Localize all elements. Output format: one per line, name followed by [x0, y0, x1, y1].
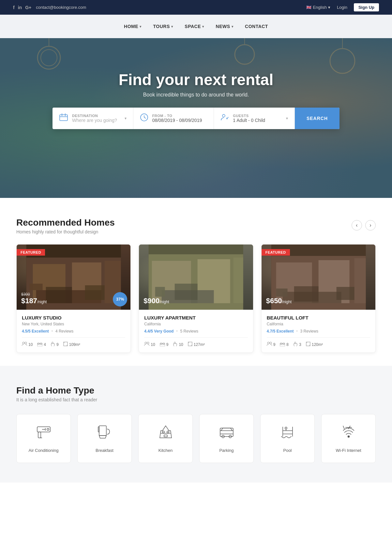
property-card-2[interactable]: $900/night LUXURY APARTMENT California 4…	[139, 244, 253, 353]
svg-rect-37	[155, 287, 165, 297]
parking-icon	[219, 424, 235, 443]
type-card-parking[interactable]: Parking	[199, 414, 254, 463]
guests-value: 1 Adult - 0 Child	[233, 118, 265, 123]
home-type-title: Find a Home Type	[16, 385, 376, 396]
language-selector[interactable]: 🇬🇧 English ▾	[306, 5, 330, 10]
current-price-1: $187	[21, 297, 37, 305]
card-image-3: Featured $650/night	[262, 245, 375, 310]
guests-label: Guests	[233, 114, 265, 118]
kitchen-label: Kitchen	[158, 448, 173, 453]
topbar-email: contact@bookingcore.com	[36, 5, 86, 10]
card-image-1: Featured $300 $187/night 37%	[17, 245, 130, 310]
bath-icon-3	[293, 342, 298, 347]
nav-space[interactable]: SPACE ▾	[185, 24, 204, 29]
card-body-3: BEAUTIFUL LOFT California 4.7/5 Excellen…	[262, 310, 375, 352]
amenity-baths-2: 10	[173, 342, 183, 347]
breakfast-label: Breakfast	[96, 448, 113, 453]
card-body-1: LUXURY STUDIO New York, United States 4.…	[17, 310, 130, 352]
hero-text: Find your next rental Book incredible th…	[119, 71, 274, 98]
svg-point-24	[23, 342, 24, 344]
guests-icon-3	[267, 342, 272, 347]
linkedin-link[interactable]: in	[18, 5, 22, 10]
svg-point-1	[41, 50, 57, 66]
kitchen-icon	[158, 424, 174, 443]
rating-score-2: 4.4/5 Very Good	[144, 329, 173, 334]
bath-icon-2	[173, 342, 177, 347]
nav-tours[interactable]: TOURS ▾	[153, 24, 173, 29]
breakfast-icon	[97, 424, 113, 443]
nav-contact[interactable]: CONTACT	[245, 24, 268, 29]
rating-score-1: 4.5/5 Excellent	[22, 329, 49, 334]
price-tag-1: $300 $187/night	[21, 292, 47, 305]
next-arrow[interactable]: ›	[365, 220, 376, 230]
svg-point-39	[147, 342, 149, 344]
amenity-guests-2: 10	[144, 342, 155, 347]
svg-rect-51	[276, 289, 287, 297]
property-location-3: California	[267, 322, 370, 326]
type-card-kitchen[interactable]: Kitchen	[138, 414, 193, 463]
card-rating-1: 4.5/5 Excellent • 4 Reviews	[22, 329, 125, 334]
search-button[interactable]: SEARCH	[295, 108, 339, 129]
property-card-3[interactable]: Featured $650/night BEAUTIFUL LOFT Calif…	[261, 244, 376, 353]
home-type-subtitle: It is a long established fact that a rea…	[16, 397, 376, 402]
svg-point-53	[267, 342, 269, 344]
rating-dot-1: •	[52, 329, 53, 334]
topbar: f in G+ contact@bookingcore.com 🇬🇧 Engli…	[0, 0, 392, 15]
svg-point-38	[145, 342, 147, 344]
destination-label: Destination	[72, 114, 117, 118]
prev-arrow[interactable]: ‹	[352, 220, 362, 230]
svg-rect-7	[60, 115, 68, 121]
type-card-breakfast[interactable]: Breakfast	[77, 414, 132, 463]
svg-rect-64	[98, 427, 99, 432]
property-card-1[interactable]: Featured $300 $187/night 37% LUXURY STUD…	[16, 244, 131, 353]
tours-chevron-icon: ▾	[171, 25, 173, 28]
space-chevron-icon: ▾	[202, 25, 204, 28]
bed-icon-2	[160, 342, 165, 347]
card-rating-3: 4.7/5 Excellent • 3 Reviews	[267, 329, 370, 334]
svg-point-66	[162, 431, 164, 433]
signup-link[interactable]: Sign Up	[354, 3, 379, 11]
property-location-2: California	[144, 322, 248, 326]
ac-icon	[36, 424, 52, 443]
type-cards-row: Air Conditioning Breakfast	[16, 414, 376, 463]
original-price-1: $300	[21, 292, 47, 297]
svg-rect-50	[294, 286, 318, 302]
destination-arrow-icon: ▾	[125, 116, 127, 121]
lang-chevron-icon: ▾	[328, 5, 330, 10]
facebook-link[interactable]: f	[13, 5, 15, 10]
amenity-area-2: 127m²	[188, 342, 205, 347]
svg-rect-48	[354, 258, 366, 303]
destination-value: Where are you going?	[72, 118, 117, 123]
property-location-1: New York, United States	[22, 322, 125, 326]
card-amenities-1: 10 4 9	[22, 337, 125, 347]
dates-field[interactable]: From - To 08/08/2019 - 08/09/2019	[133, 108, 214, 129]
login-link[interactable]: Login	[337, 5, 347, 10]
property-name-1: LUXURY STUDIO	[22, 315, 125, 320]
svg-point-5	[330, 49, 355, 73]
recommended-homes-section: Recommended Homes Homes highly rated for…	[0, 198, 392, 366]
type-card-wifi[interactable]: Wi-Fi Internet	[321, 414, 376, 463]
featured-badge-1: Featured	[17, 249, 45, 256]
nav-home[interactable]: HOME ▾	[124, 24, 142, 29]
search-bar: Destination Where are you going? ▾ From …	[53, 108, 339, 129]
price-tag-2: $900/night	[143, 297, 169, 305]
rating-reviews-1: 4 Reviews	[55, 329, 73, 334]
current-price-2: $900	[143, 297, 159, 305]
svg-point-54	[270, 342, 272, 344]
type-card-pool[interactable]: Pool	[260, 414, 315, 463]
card-amenities-2: 10 9 10	[144, 337, 248, 347]
guests-field[interactable]: Guests 1 Adult - 0 Child ▾	[214, 108, 295, 129]
wifi-icon	[340, 424, 357, 443]
type-card-ac[interactable]: Air Conditioning	[16, 414, 71, 463]
svg-rect-21	[46, 287, 72, 303]
bath-icon-1	[51, 342, 55, 347]
svg-point-14	[222, 114, 225, 117]
nav-news[interactable]: NEWS ▾	[216, 24, 234, 29]
destination-field[interactable]: Destination Where are you going? ▾	[53, 108, 133, 129]
amenity-guests-1: 10	[22, 342, 33, 347]
svg-rect-60	[38, 432, 41, 438]
amenity-beds-2: 9	[160, 342, 169, 347]
googleplus-link[interactable]: G+	[25, 5, 31, 10]
dates-value: 08/08/2019 - 08/09/2019	[152, 118, 202, 123]
home-chevron-icon: ▾	[140, 25, 142, 28]
